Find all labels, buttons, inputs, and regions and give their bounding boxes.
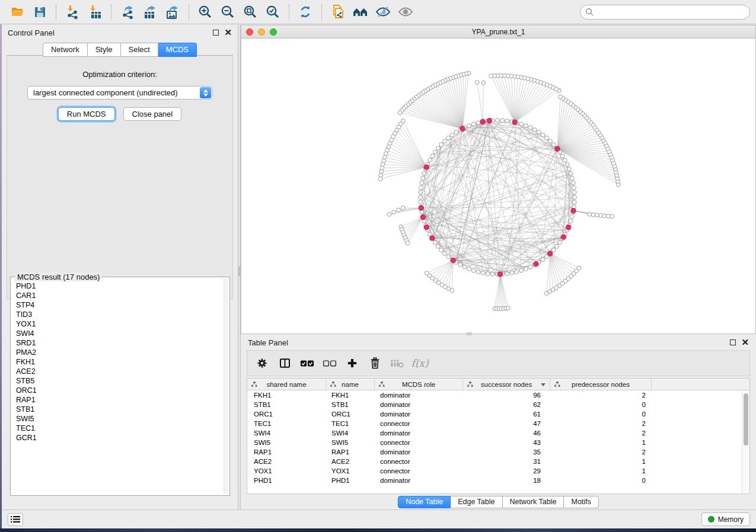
tab-network[interactable]: Network [43, 43, 88, 57]
cell-name[interactable]: RAP1 [326, 447, 375, 457]
table-scrollbar[interactable] [742, 391, 749, 493]
cell-name[interactable]: TEC1 [326, 419, 375, 428]
cell-successor_nodes[interactable]: 35 [463, 447, 550, 457]
table-row[interactable]: RAP1RAP1dominator352 [247, 447, 749, 457]
export-network-icon[interactable] [116, 2, 139, 21]
import-table-icon[interactable] [84, 2, 106, 21]
cell-successor_nodes[interactable]: 62 [463, 400, 550, 409]
first-neighbors-icon[interactable] [349, 2, 372, 21]
cell-shared_name[interactable]: RAP1 [247, 447, 326, 457]
cell-predecessor_nodes[interactable]: 2 [550, 428, 652, 438]
cell-shared_name[interactable]: YOX1 [247, 466, 326, 476]
column-header-predecessor-nodes[interactable]: predecessor nodes [550, 379, 652, 390]
cell-shared_name[interactable]: ACE2 [247, 457, 326, 466]
zoom-in-icon[interactable] [194, 2, 216, 21]
cell-name[interactable]: PHD1 [326, 476, 375, 485]
tab-edge-table[interactable]: Edge Table [451, 496, 502, 508]
cell-mcds_role[interactable]: connector [375, 419, 463, 428]
export-image-icon[interactable] [161, 2, 184, 21]
optimization-criterion-select[interactable]: largest connected component (undirected) [27, 86, 212, 100]
zoom-fit-icon[interactable] [239, 2, 261, 21]
mcds-result-item[interactable]: TEC1 [16, 424, 220, 433]
table-row[interactable]: TEC1TEC1connector472 [247, 419, 749, 428]
cell-mcds_role[interactable]: connector [375, 466, 463, 476]
table-row[interactable]: SWI4SWI4dominator462 [247, 428, 749, 438]
mcds-result-item[interactable]: STB1 [16, 405, 220, 414]
cell-successor_nodes[interactable]: 61 [463, 409, 550, 419]
cell-predecessor_nodes[interactable]: 0 [550, 409, 652, 419]
float-table-panel-icon[interactable] [730, 339, 736, 345]
tab-select[interactable]: Select [121, 43, 158, 57]
column-header-MCDS-role[interactable]: MCDS role [375, 379, 463, 390]
column-header-successor-nodes[interactable]: successor nodes [463, 379, 550, 390]
show-graphics-details-icon[interactable] [394, 2, 417, 21]
mcds-result-list[interactable]: PHD1CAR1STP4TID3YOX1SWI4SRD1PMA2FKH1ACE2… [12, 279, 224, 493]
mcds-result-item[interactable]: STB5 [16, 376, 220, 386]
cell-shared_name[interactable]: TEC1 [247, 419, 326, 428]
export-table-icon[interactable] [139, 2, 161, 21]
cell-mcds_role[interactable]: connector [375, 457, 463, 466]
mcds-result-item[interactable]: ACE2 [16, 367, 220, 376]
cell-predecessor_nodes[interactable]: 1 [550, 466, 652, 476]
table-scrollbar-thumb[interactable] [744, 393, 748, 446]
cell-mcds_role[interactable]: dominator [375, 428, 463, 438]
cell-name[interactable]: ACE2 [326, 457, 375, 466]
cell-mcds_role[interactable]: dominator [375, 476, 463, 485]
save-session-icon[interactable] [28, 2, 51, 21]
cell-mcds_role[interactable]: dominator [375, 400, 463, 409]
cell-name[interactable]: SWI4 [326, 428, 375, 438]
result-scrollbar[interactable] [224, 278, 228, 494]
table-row[interactable]: FKH1FKH1dominator962 [247, 390, 749, 400]
cell-mcds_role[interactable]: connector [375, 438, 463, 447]
cell-shared_name[interactable]: SWI4 [247, 428, 326, 438]
cell-predecessor_nodes[interactable]: 0 [550, 400, 652, 409]
cell-predecessor_nodes[interactable]: 2 [550, 447, 652, 457]
zoom-selected-icon[interactable] [261, 2, 284, 21]
cell-predecessor_nodes[interactable]: 1 [550, 438, 652, 447]
cell-name[interactable]: ORC1 [326, 409, 375, 419]
column-header-shared-name[interactable]: shared name [247, 379, 326, 390]
refresh-icon[interactable] [294, 2, 317, 21]
mcds-result-item[interactable]: SWI4 [16, 329, 220, 338]
splitter-grip[interactable] [238, 267, 240, 276]
cell-name[interactable]: YOX1 [326, 466, 375, 476]
cell-shared_name[interactable]: STB1 [247, 400, 326, 409]
cell-successor_nodes[interactable]: 96 [463, 390, 550, 400]
cell-shared_name[interactable]: ORC1 [247, 409, 326, 419]
mcds-result-item[interactable]: SRD1 [16, 338, 220, 348]
mcds-result-item[interactable]: ORC1 [16, 386, 220, 395]
unselect-all-columns-icon[interactable] [318, 352, 341, 374]
create-new-column-icon[interactable] [341, 352, 363, 374]
delete-columns-icon[interactable] [363, 352, 386, 374]
table-row[interactable]: YOX1YOX1connector291 [247, 466, 749, 476]
table-settings-gear-icon[interactable] [251, 352, 273, 374]
table-row[interactable]: STB1STB1dominator620 [247, 400, 749, 409]
cell-predecessor_nodes[interactable]: 2 [550, 390, 652, 400]
mcds-result-item[interactable]: CAR1 [16, 291, 220, 300]
table-row[interactable]: PHD1PHD1dominator180 [247, 476, 749, 485]
close-panel-button[interactable]: Close panel [123, 107, 182, 121]
memory-button[interactable]: Memory [701, 512, 750, 526]
tab-mcds[interactable]: MCDS [158, 43, 197, 57]
close-panel-icon[interactable]: ✕ [224, 30, 232, 36]
cell-name[interactable]: STB1 [326, 400, 375, 409]
cell-successor_nodes[interactable]: 47 [463, 419, 550, 428]
select-all-columns-icon[interactable] [296, 352, 318, 374]
column-header-name[interactable]: name [326, 379, 375, 390]
cell-predecessor_nodes[interactable]: 1 [550, 457, 652, 466]
duplicate-network-icon[interactable] [327, 2, 349, 21]
cell-name[interactable]: FKH1 [326, 390, 375, 400]
tab-style[interactable]: Style [88, 43, 121, 57]
search-input[interactable] [597, 8, 745, 16]
network-canvas[interactable] [241, 39, 755, 334]
cell-successor_nodes[interactable]: 29 [463, 466, 550, 476]
task-history-list-icon[interactable] [8, 513, 23, 526]
cell-successor_nodes[interactable]: 31 [463, 457, 550, 466]
cell-name[interactable]: SWI5 [326, 438, 375, 447]
table-row[interactable]: ACE2ACE2connector311 [247, 457, 749, 466]
cell-successor_nodes[interactable]: 43 [463, 438, 550, 447]
cell-mcds_role[interactable]: dominator [375, 409, 463, 419]
mcds-result-item[interactable]: PHD1 [16, 281, 220, 291]
tab-node-table[interactable]: Node Table [398, 496, 451, 508]
cell-shared_name[interactable]: PHD1 [247, 476, 326, 485]
